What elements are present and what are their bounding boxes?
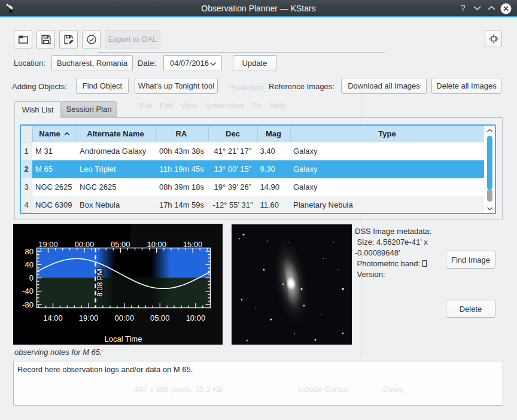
svg-text:0: 0 xyxy=(29,273,34,282)
svg-text:Local Time: Local Time xyxy=(105,334,142,343)
svg-text:19:00: 19:00 xyxy=(38,240,58,249)
svg-text:10:00: 10:00 xyxy=(186,314,206,322)
svg-text:15:00: 15:00 xyxy=(183,240,203,249)
svg-text:14:00: 14:00 xyxy=(43,314,63,322)
svg-text:00:00: 00:00 xyxy=(75,240,95,249)
svg-text:05:00: 05:00 xyxy=(150,314,170,322)
svg-text:00:00: 00:00 xyxy=(114,314,134,322)
svg-text:8:08 PM: 8:08 PM xyxy=(96,269,104,297)
svg-text:19:00: 19:00 xyxy=(79,314,99,322)
svg-text:-80: -80 xyxy=(22,300,34,309)
svg-text:?: ? xyxy=(461,3,466,13)
svg-text:05:00: 05:00 xyxy=(111,240,130,249)
svg-text:80: 80 xyxy=(25,247,34,256)
svg-text:40: 40 xyxy=(25,260,34,269)
svg-text:10:00: 10:00 xyxy=(147,240,166,249)
svg-text:-40: -40 xyxy=(22,287,34,296)
